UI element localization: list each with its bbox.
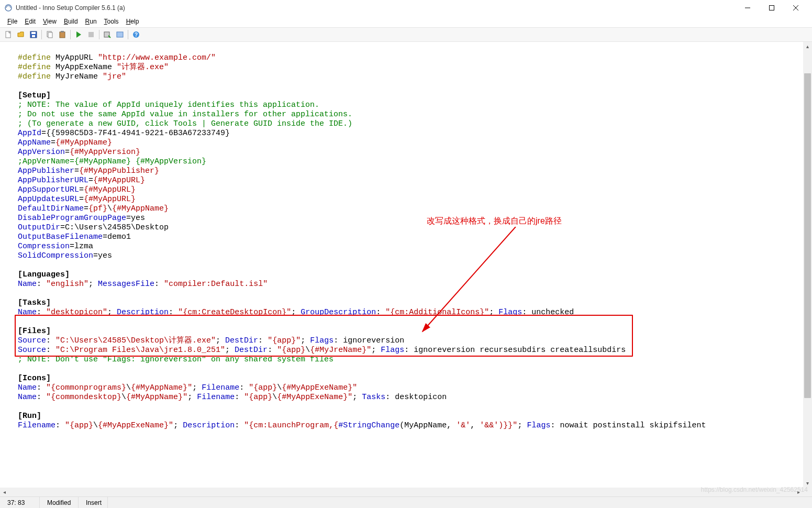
svg-rect-10 bbox=[48, 32, 52, 38]
copy-button[interactable] bbox=[44, 29, 55, 40]
horizontal-scrollbar[interactable]: ◂ ▸ bbox=[0, 488, 803, 496]
wizard-button[interactable] bbox=[114, 29, 126, 40]
svg-text:?: ? bbox=[135, 32, 138, 38]
menu-tools[interactable]: Tools bbox=[101, 17, 122, 26]
watermark: https://blog.csdn.net/weixin_42562514 bbox=[701, 486, 808, 493]
vertical-scrollbar[interactable]: ▴ ▾ bbox=[803, 42, 812, 496]
svg-rect-12 bbox=[61, 31, 64, 32]
title-bar: Untitled - Inno Setup Compiler 5.6.1 (a) bbox=[0, 0, 812, 16]
window-title: Untitled - Inno Setup Compiler 5.6.1 (a) bbox=[16, 4, 736, 12]
app-icon bbox=[4, 4, 13, 12]
menu-view[interactable]: View bbox=[40, 17, 60, 26]
cursor-position: 37: 83 bbox=[0, 497, 40, 508]
svg-rect-13 bbox=[88, 32, 94, 37]
minimize-button[interactable] bbox=[736, 0, 760, 16]
open-button[interactable] bbox=[15, 29, 27, 40]
help-button[interactable]: ? bbox=[130, 29, 142, 40]
paste-button[interactable] bbox=[57, 29, 68, 40]
maximize-button[interactable] bbox=[760, 0, 784, 16]
svg-rect-2 bbox=[770, 6, 774, 10]
run-button[interactable] bbox=[73, 29, 84, 40]
insert-mode: Insert bbox=[79, 497, 108, 508]
menu-run[interactable]: Run bbox=[82, 17, 100, 26]
svg-rect-11 bbox=[60, 32, 65, 38]
close-button[interactable] bbox=[784, 0, 808, 16]
new-button[interactable] bbox=[3, 29, 14, 40]
config-button[interactable] bbox=[102, 29, 113, 40]
svg-rect-7 bbox=[31, 32, 36, 34]
code-editor[interactable]: #define MyAppURL "http://www.example.com… bbox=[0, 42, 812, 433]
menu-help[interactable]: Help bbox=[123, 17, 142, 26]
stop-button[interactable] bbox=[85, 29, 97, 40]
editor-area[interactable]: #define MyAppURL "http://www.example.com… bbox=[0, 42, 812, 496]
menu-file[interactable]: File bbox=[4, 17, 20, 26]
menu-bar: File Edit View Build Run Tools Help bbox=[0, 16, 812, 27]
modified-indicator: Modified bbox=[40, 497, 79, 508]
toolbar: ? bbox=[0, 27, 812, 42]
status-bar: 37: 83 Modified Insert bbox=[0, 496, 812, 508]
svg-rect-8 bbox=[32, 35, 35, 37]
menu-build[interactable]: Build bbox=[61, 17, 81, 26]
save-button[interactable] bbox=[28, 29, 39, 40]
menu-edit[interactable]: Edit bbox=[21, 17, 39, 26]
svg-rect-15 bbox=[117, 32, 123, 37]
